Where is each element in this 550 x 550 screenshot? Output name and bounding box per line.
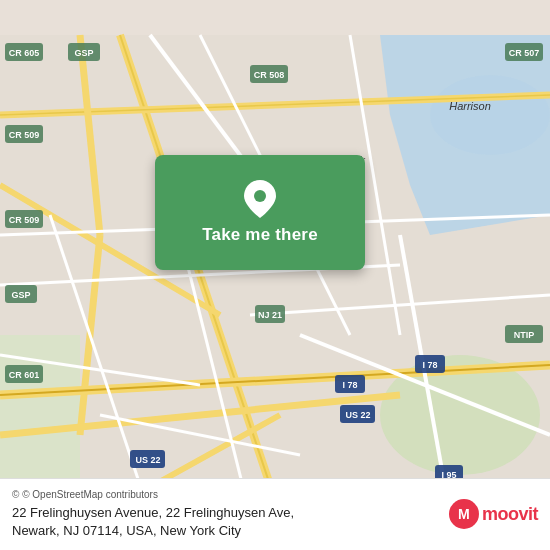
- take-me-there-label: Take me there: [202, 225, 318, 245]
- svg-text:CR 507: CR 507: [509, 48, 540, 58]
- address-line1: 22 Frelinghuysen Avenue, 22 Frelinghuyse…: [12, 505, 294, 520]
- svg-text:M: M: [458, 507, 470, 523]
- moovit-logo: M moovit: [449, 499, 538, 529]
- address-section: © © OpenStreetMap contributors 22 Frelin…: [12, 489, 439, 540]
- moovit-icon: M: [449, 499, 479, 529]
- svg-text:CR 509: CR 509: [9, 215, 40, 225]
- svg-text:CR 509: CR 509: [9, 130, 40, 140]
- osm-icon: ©: [12, 489, 19, 500]
- svg-text:US 22: US 22: [135, 455, 160, 465]
- svg-text:US 22: US 22: [345, 410, 370, 420]
- map-container: CR 605 GSP CR 507 CR 508 CR 509 CR 509 N…: [0, 0, 550, 550]
- svg-text:GSP: GSP: [11, 290, 30, 300]
- bottom-bar: © © OpenStreetMap contributors 22 Frelin…: [0, 478, 550, 550]
- map-background: CR 605 GSP CR 507 CR 508 CR 509 CR 509 N…: [0, 0, 550, 550]
- location-pin-icon: [242, 181, 278, 217]
- svg-text:I 78: I 78: [422, 360, 437, 370]
- svg-text:Harrison: Harrison: [449, 100, 491, 112]
- osm-credit: © © OpenStreetMap contributors: [12, 489, 439, 500]
- svg-text:I 78: I 78: [342, 380, 357, 390]
- svg-text:CR 601: CR 601: [9, 370, 40, 380]
- osm-link[interactable]: © OpenStreetMap contributors: [22, 489, 158, 500]
- svg-text:GSP: GSP: [74, 48, 93, 58]
- svg-text:CR 605: CR 605: [9, 48, 40, 58]
- svg-point-2: [430, 75, 550, 155]
- take-me-there-card[interactable]: Take me there: [155, 155, 365, 270]
- svg-text:NTIP: NTIP: [514, 330, 535, 340]
- address-text: 22 Frelinghuysen Avenue, 22 Frelinghuyse…: [12, 504, 439, 540]
- moovit-label: moovit: [482, 504, 538, 525]
- svg-point-64: [254, 190, 266, 202]
- svg-text:NJ 21: NJ 21: [258, 310, 282, 320]
- address-line2: Newark, NJ 07114, USA, New York City: [12, 523, 241, 538]
- svg-text:CR 508: CR 508: [254, 70, 285, 80]
